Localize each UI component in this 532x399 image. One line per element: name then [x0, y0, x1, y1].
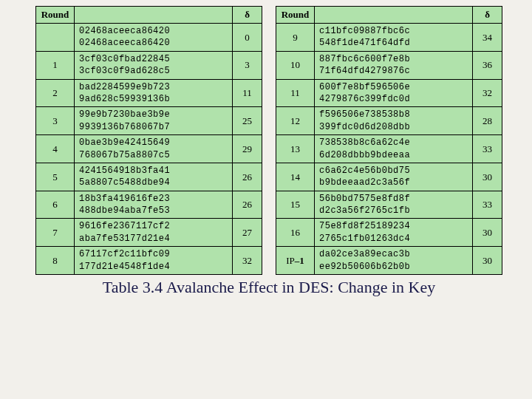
- delta-cell: 30: [473, 247, 502, 275]
- delta-cell: 32: [233, 247, 262, 275]
- data-line1: 0bae3b9e42415649: [79, 137, 228, 149]
- round-cell: 2: [36, 79, 75, 107]
- data-cell: 56b0bd7575e8fd8fd2c3a56f2765c1fb: [315, 191, 473, 219]
- data-cell: c11bfc09887fbc6c548f1de471f64dfd: [315, 24, 473, 52]
- delta-cell: 30: [473, 219, 502, 247]
- round-cell: 12: [276, 107, 315, 135]
- table-row: 867117cf2c11bfc09177d21e4548f1de432: [36, 247, 262, 275]
- data-line2: 71f64dfd4279876c: [319, 65, 468, 77]
- data-line1: 99e9b7230bae3b9e: [79, 109, 228, 120]
- avalanche-table-left: Round δ 02468aceeca8642002468aceeca86420…: [35, 6, 262, 275]
- delta-cell: 27: [233, 219, 262, 247]
- data-line2: 3cf03c0f9ad628c5: [79, 65, 228, 77]
- col-header-data-blank: [75, 7, 233, 24]
- data-cell: 67117cf2c11bfc09177d21e4548f1de4: [75, 247, 233, 275]
- delta-cell: 0: [233, 24, 262, 52]
- round-cell: 8: [36, 247, 75, 275]
- table-row: 54241564918b3fa415a8807c5488dbe9426: [36, 163, 262, 191]
- data-line2: 4279876c399fdc0d: [319, 93, 468, 105]
- data-line2: 9ad628c59939136b: [79, 93, 228, 105]
- data-line2: b9bdeeaad2c3a56f: [319, 177, 468, 188]
- data-line1: 738538b8c6a62c4e: [319, 137, 468, 149]
- round-cell: 13: [276, 135, 315, 163]
- data-cell: bad2284599e9b7239ad628c59939136b: [75, 79, 233, 107]
- data-line2: 6d208dbbb9bdeeaa: [319, 149, 468, 161]
- data-line1: c11bfc09887fbc6c: [319, 25, 468, 37]
- data-cell: c6a62c4e56b0bd75b9bdeeaad2c3a56f: [315, 163, 473, 191]
- table-row: IP–1da02ce3a89ecac3bee92b50606b62b0b30: [276, 247, 502, 275]
- data-cell: 75e8fd8f251892342765c1fb01263dc4: [315, 219, 473, 247]
- table-row: 13738538b8c6a62c4e6d208dbbb9bdeeaa33: [276, 135, 502, 163]
- data-cell: 738538b8c6a62c4e6d208dbbb9bdeeaa: [315, 135, 473, 163]
- round-cell: 1: [36, 51, 75, 79]
- table-row: 02468aceeca8642002468aceeca864200: [36, 24, 262, 52]
- data-line1: f596506e738538b8: [319, 109, 468, 120]
- data-cell: 02468aceeca8642002468aceeca86420: [75, 24, 233, 52]
- delta-cell: 33: [473, 135, 502, 163]
- table-caption: Table 3.4 Avalanche Effect in DES: Chang…: [35, 278, 502, 297]
- round-cell: 16: [276, 219, 315, 247]
- round-cell: [36, 24, 75, 52]
- data-line2: 02468aceeca86420: [79, 37, 228, 49]
- table-row: 9c11bfc09887fbc6c548f1de471f64dfd34: [276, 24, 502, 52]
- col-header-data-blank: [315, 7, 473, 24]
- data-line2: 177d21e4548f1de4: [79, 261, 228, 273]
- round-cell: 3: [36, 107, 75, 135]
- data-cell: 0bae3b9e42415649768067b75a8807c5: [75, 135, 233, 163]
- data-cell: 3cf03c0fbad228453cf03c0f9ad628c5: [75, 51, 233, 79]
- data-line1: 18b3fa419616fe23: [79, 193, 228, 205]
- data-line2: ee92b50606b62b0b: [319, 261, 468, 273]
- table-row: 618b3fa419616fe23488dbe94aba7fe5326: [36, 191, 262, 219]
- delta-cell: 3: [233, 51, 262, 79]
- data-line1: da02ce3a89ecac3b: [319, 248, 468, 260]
- data-line2: d2c3a56f2765c1fb: [319, 205, 468, 216]
- data-cell: 4241564918b3fa415a8807c5488dbe94: [75, 163, 233, 191]
- data-cell: 600f7e8bf596506e4279876c399fdc0d: [315, 79, 473, 107]
- data-line1: 600f7e8bf596506e: [319, 81, 468, 93]
- table-row: 1556b0bd7575e8fd8fd2c3a56f2765c1fb33: [276, 191, 502, 219]
- data-line1: bad2284599e9b723: [79, 81, 228, 93]
- data-line2: 9939136b768067b7: [79, 121, 228, 133]
- delta-cell: 30: [473, 163, 502, 191]
- round-cell: 7: [36, 219, 75, 247]
- data-cell: da02ce3a89ecac3bee92b50606b62b0b: [315, 247, 473, 275]
- col-header-round: Round: [36, 7, 75, 24]
- delta-cell: 36: [473, 51, 502, 79]
- delta-cell: 32: [473, 79, 502, 107]
- round-cell: 14: [276, 163, 315, 191]
- round-cell: 9: [276, 24, 315, 52]
- data-line1: 02468aceeca86420: [79, 25, 228, 37]
- data-line1: 67117cf2c11bfc09: [79, 248, 228, 260]
- data-cell: 9616fe2367117cf2aba7fe53177d21e4: [75, 219, 233, 247]
- table-row: 2bad2284599e9b7239ad628c59939136b11: [36, 79, 262, 107]
- data-line1: 75e8fd8f25189234: [319, 220, 468, 232]
- data-line2: 548f1de471f64dfd: [319, 37, 468, 49]
- round-cell: 10: [276, 51, 315, 79]
- data-cell: 18b3fa419616fe23488dbe94aba7fe53: [75, 191, 233, 219]
- col-header-delta: δ: [473, 7, 502, 24]
- delta-cell: 34: [473, 24, 502, 52]
- data-cell: 99e9b7230bae3b9e9939136b768067b7: [75, 107, 233, 135]
- col-header-delta: δ: [233, 7, 262, 24]
- delta-cell: 26: [233, 163, 262, 191]
- table-row: 13cf03c0fbad228453cf03c0f9ad628c53: [36, 51, 262, 79]
- data-line1: 4241564918b3fa41: [79, 165, 228, 177]
- data-line2: 2765c1fb01263dc4: [319, 233, 468, 245]
- data-line1: 3cf03c0fbad22845: [79, 53, 228, 65]
- table-row: 399e9b7230bae3b9e9939136b768067b725: [36, 107, 262, 135]
- table-row: 11600f7e8bf596506e4279876c399fdc0d32: [276, 79, 502, 107]
- data-line1: 56b0bd7575e8fd8f: [319, 193, 468, 205]
- table-row: 14c6a62c4e56b0bd75b9bdeeaad2c3a56f30: [276, 163, 502, 191]
- round-cell: 15: [276, 191, 315, 219]
- col-header-round: Round: [276, 7, 315, 24]
- delta-cell: 25: [233, 107, 262, 135]
- table-row: 79616fe2367117cf2aba7fe53177d21e427: [36, 219, 262, 247]
- delta-cell: 28: [473, 107, 502, 135]
- data-line2: 5a8807c5488dbe94: [79, 177, 228, 188]
- round-cell: 6: [36, 191, 75, 219]
- avalanche-table-right: Round δ 9c11bfc09887fbc6c548f1de471f64df…: [276, 6, 502, 275]
- table-row: 1675e8fd8f251892342765c1fb01263dc430: [276, 219, 502, 247]
- data-cell: 887fbc6c600f7e8b71f64dfd4279876c: [315, 51, 473, 79]
- delta-cell: 33: [473, 191, 502, 219]
- data-cell: f596506e738538b8399fdc0d6d208dbb: [315, 107, 473, 135]
